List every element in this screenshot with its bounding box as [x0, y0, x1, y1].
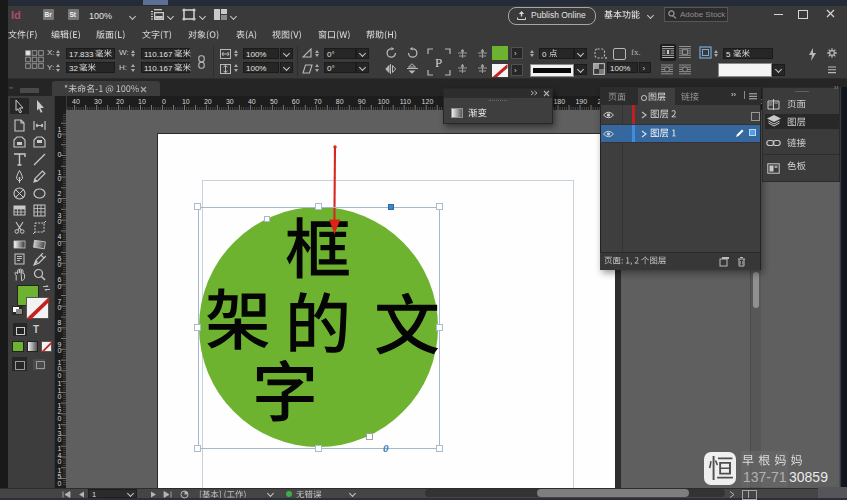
svg-text:P: P — [435, 55, 442, 70]
